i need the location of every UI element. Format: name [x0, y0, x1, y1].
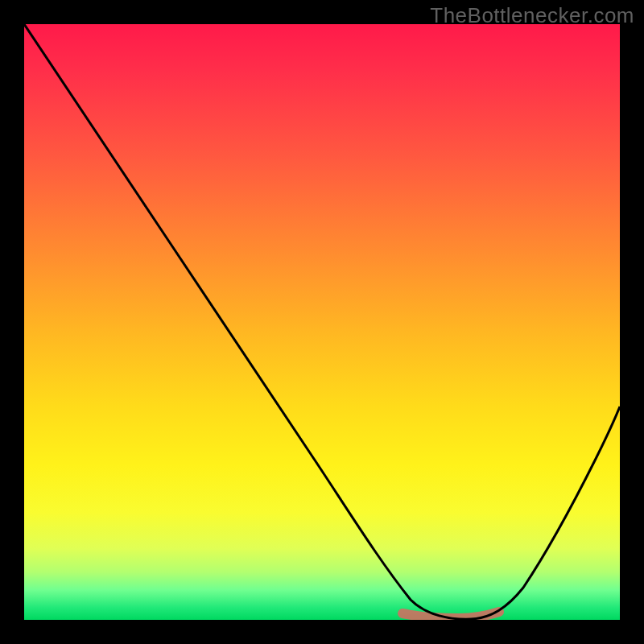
watermark-text: TheBottlenecker.com: [430, 3, 634, 28]
curve-layer: [24, 24, 620, 620]
plot-area: [24, 24, 620, 620]
chart-frame: TheBottlenecker.com: [0, 0, 644, 644]
bottleneck-curve: [24, 24, 620, 619]
